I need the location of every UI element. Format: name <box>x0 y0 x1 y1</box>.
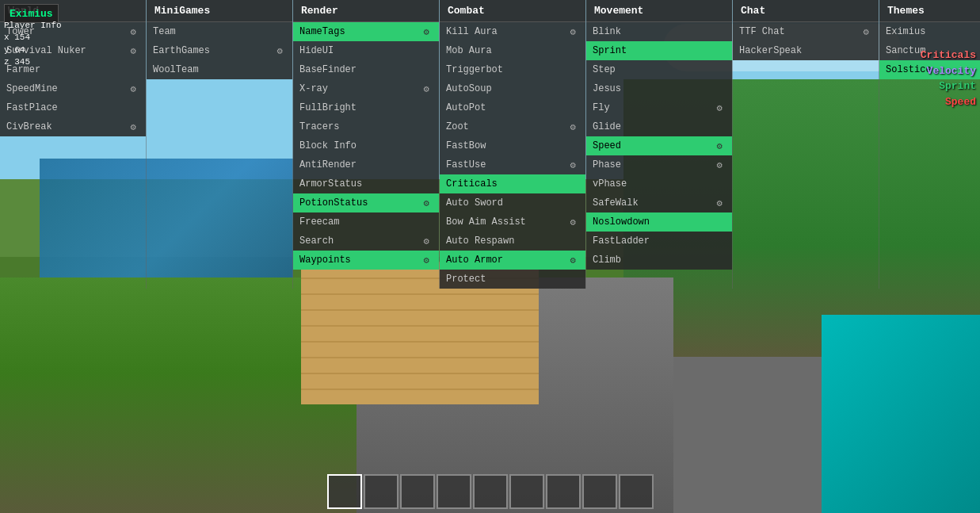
gear-icon[interactable]: ⚙ <box>420 25 433 38</box>
gear-icon[interactable]: ⚙ <box>420 82 433 95</box>
hud-info: Player Info x 154 y 64 z 345 <box>4 20 62 69</box>
menu-item-render-2[interactable]: BaseFinder <box>293 60 439 79</box>
menu-item-combat-7[interactable]: FastUse⚙ <box>440 155 585 174</box>
menu-item-combat-8[interactable]: Criticals <box>440 174 585 193</box>
menu-item-movement-11[interactable]: FastLadder <box>586 232 732 251</box>
menu-item-minigames-2[interactable]: WoolTeam <box>147 60 292 79</box>
menu-item-label: FastBow <box>446 140 579 151</box>
gear-icon[interactable]: ⚙ <box>420 254 433 266</box>
hotbar-slot-3[interactable] <box>437 474 471 509</box>
menu-item-movement-5[interactable]: Glide <box>586 117 732 136</box>
menu-item-render-12[interactable]: Waypoints⚙ <box>293 251 439 270</box>
menu-item-world-5[interactable]: CivBreak⚙ <box>0 117 146 136</box>
menu-item-movement-4[interactable]: Fly⚙ <box>586 98 732 117</box>
gear-icon[interactable]: ⚙ <box>566 254 579 266</box>
menu-item-render-10[interactable]: Freecam <box>293 212 439 232</box>
menu-item-render-6[interactable]: Block Info <box>293 136 439 155</box>
hud-status-item: Velocity <box>921 63 976 79</box>
gear-icon[interactable]: ⚙ <box>713 101 726 114</box>
menu-item-movement-3[interactable]: Jesus <box>586 79 732 98</box>
gear-icon[interactable]: ⚙ <box>713 197 726 209</box>
gear-icon[interactable]: ⚙ <box>713 140 726 152</box>
menu-item-combat-0[interactable]: Kill Aura⚙ <box>440 22 585 41</box>
menu-item-minigames-1[interactable]: EarthGames⚙ <box>147 41 292 60</box>
menu-item-movement-6[interactable]: Speed⚙ <box>586 136 732 155</box>
menu-item-render-7[interactable]: AntiRender <box>293 155 439 174</box>
menu-item-combat-12[interactable]: Auto Armor⚙ <box>440 251 585 270</box>
menu-item-combat-10[interactable]: Bow Aim Assist⚙ <box>440 212 585 232</box>
gear-icon[interactable]: ⚙ <box>127 25 139 38</box>
menu-item-combat-9[interactable]: Auto Sword <box>440 193 585 212</box>
menu-item-movement-7[interactable]: Phase⚙ <box>586 155 732 174</box>
menu-item-render-3[interactable]: X-ray⚙ <box>293 79 439 98</box>
menu-item-label: Sprint <box>593 45 726 56</box>
menu-item-render-5[interactable]: Tracers <box>293 117 439 136</box>
menu-item-chat-0[interactable]: TTF Chat⚙ <box>733 22 879 41</box>
menu-item-movement-1[interactable]: Sprint <box>586 41 732 60</box>
menu-item-combat-2[interactable]: Triggerbot <box>440 60 585 79</box>
menu-item-movement-12[interactable]: Climb <box>586 251 732 270</box>
gear-icon[interactable]: ⚙ <box>127 82 139 95</box>
menu-item-chat-1[interactable]: HackerSpeak <box>733 41 879 60</box>
menu-item-combat-3[interactable]: AutoSoup <box>440 79 585 98</box>
menu-item-label: Fly <box>593 102 713 113</box>
hotbar-slot-8[interactable] <box>619 474 654 509</box>
menu-item-movement-8[interactable]: vPhase <box>586 174 732 193</box>
menu-item-render-11[interactable]: Search⚙ <box>293 232 439 251</box>
gear-icon[interactable]: ⚙ <box>420 235 433 247</box>
menu-column-chat: ChatTTF Chat⚙HackerSpeak <box>733 0 879 289</box>
gear-icon[interactable]: ⚙ <box>566 159 579 171</box>
menu-item-combat-11[interactable]: Auto Respawn <box>440 232 585 251</box>
menu-item-combat-4[interactable]: AutoPot <box>440 98 585 117</box>
menu-item-render-0[interactable]: NameTags⚙ <box>293 22 439 41</box>
menu-item-movement-9[interactable]: SafeWalk⚙ <box>586 193 732 212</box>
menu-item-render-1[interactable]: HideUI <box>293 41 439 60</box>
menu-item-combat-5[interactable]: Zoot⚙ <box>440 117 585 136</box>
menu-item-render-9[interactable]: PotionStatus⚙ <box>293 193 439 212</box>
menu-item-movement-2[interactable]: Step <box>586 60 732 79</box>
menu-item-label: FullBright <box>299 102 433 113</box>
menu-column-themes: ThemesEximius⚙SanctumSolstice⚙ <box>879 0 980 289</box>
gear-icon[interactable]: ⚙ <box>127 121 139 133</box>
menu-item-world-3[interactable]: SpeedMine⚙ <box>0 79 146 98</box>
menu-item-label: Team <box>153 26 286 37</box>
menu-item-minigames-0[interactable]: Team <box>147 22 292 41</box>
gear-icon[interactable]: ⚙ <box>127 44 139 57</box>
menu-item-combat-13[interactable]: Protect <box>440 270 585 289</box>
hotbar <box>327 474 654 509</box>
gear-icon[interactable]: ⚙ <box>860 25 872 38</box>
menu-item-movement-10[interactable]: Noslowdown <box>586 212 732 232</box>
menu-item-label: WoolTeam <box>153 64 286 75</box>
hotbar-slot-4[interactable] <box>473 474 508 509</box>
hotbar-slot-5[interactable] <box>509 474 544 509</box>
menu-item-label: Freecam <box>299 216 433 228</box>
menu-item-combat-1[interactable]: Mob Aura <box>440 41 585 60</box>
menu-item-label: SpeedMine <box>6 83 127 94</box>
gear-icon[interactable]: ⚙ <box>566 216 579 228</box>
menu-item-render-8[interactable]: ArmorStatus <box>293 174 439 193</box>
gear-icon[interactable]: ⚙ <box>420 197 433 209</box>
gear-icon[interactable]: ⚙ <box>566 121 579 133</box>
gear-icon[interactable]: ⚙ <box>566 25 579 38</box>
menu-header-combat: Combat <box>440 0 585 22</box>
gear-icon[interactable]: ⚙ <box>273 44 286 57</box>
menu-item-world-4[interactable]: FastPlace <box>0 98 146 117</box>
menu-item-themes-0[interactable]: Eximius⚙ <box>879 22 980 41</box>
hotbar-slot-0[interactable] <box>327 474 362 509</box>
menu-item-combat-6[interactable]: FastBow <box>440 136 585 155</box>
hotbar-slot-7[interactable] <box>582 474 617 509</box>
menu-item-label: Eximius <box>886 26 980 37</box>
coord-x: x 154 <box>4 32 62 44</box>
menu-item-label: FastPlace <box>6 102 139 113</box>
menu-item-render-4[interactable]: FullBright <box>293 98 439 117</box>
hotbar-slot-2[interactable] <box>400 474 435 509</box>
menu-item-label: SafeWalk <box>593 197 713 209</box>
hotbar-slot-1[interactable] <box>364 474 398 509</box>
menu-item-movement-0[interactable]: Blink <box>586 22 732 41</box>
menu-item-label: CivBreak <box>6 121 127 132</box>
menu-column-render: RenderNameTags⚙HideUIBaseFinderX-ray⚙Ful… <box>293 0 440 289</box>
gear-icon[interactable]: ⚙ <box>713 159 726 171</box>
menu-header-minigames: MiniGames <box>147 0 292 22</box>
hotbar-slot-6[interactable] <box>546 474 581 509</box>
menu-item-label: Search <box>299 235 420 247</box>
